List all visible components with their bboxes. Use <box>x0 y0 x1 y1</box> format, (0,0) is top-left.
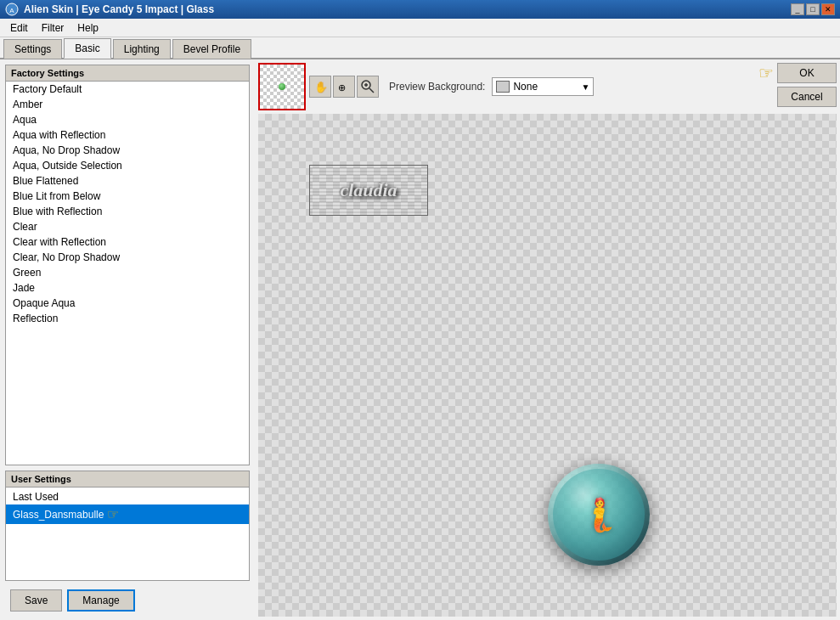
tab-bevel-profile[interactable]: Bevel Profile <box>172 39 251 59</box>
factory-settings-header: Factory Settings <box>6 65 249 82</box>
tab-lighting[interactable]: Lighting <box>113 39 171 59</box>
window-controls[interactable]: _ □ ✕ <box>791 3 835 15</box>
svg-text:✋: ✋ <box>314 80 328 94</box>
selected-preset-label: Glass_Dansmabulle <box>13 509 104 521</box>
pan-tool-button[interactable]: ⊕ <box>333 76 355 98</box>
user-settings-section: User Settings Last Used Glass_Dansmabull… <box>5 471 250 581</box>
preview-bg-color-swatch <box>496 81 510 93</box>
preview-bg-row: Preview Background: None ▼ <box>389 77 594 96</box>
menu-help[interactable]: Help <box>70 20 105 36</box>
preview-canvas: claudia 🧜 <box>258 114 837 617</box>
preview-bg-label: Preview Background: <box>389 81 485 93</box>
pointing-arrow-icon: ☞ <box>107 506 119 522</box>
svg-text:⊕: ⊕ <box>338 82 346 93</box>
move-icon: ⊕ <box>336 79 352 94</box>
ok-button[interactable]: OK <box>777 63 837 83</box>
preset-blue-lit[interactable]: Blue Lit from Below <box>6 189 249 204</box>
preset-reflection[interactable]: Reflection <box>6 311 249 326</box>
preset-clear-reflection[interactable]: Clear with Reflection <box>6 234 249 250</box>
ok-arrow-icon: ☞ <box>758 63 774 83</box>
menu-edit[interactable]: Edit <box>3 20 35 36</box>
preset-blue-flattened[interactable]: Blue Flattened <box>6 173 249 189</box>
preset-blue-reflection[interactable]: Blue with Reflection <box>6 204 249 219</box>
bottom-buttons: Save Manage <box>5 586 250 615</box>
thumbnail-dot <box>279 83 285 90</box>
title-bar: A Alien Skin | Eye Candy 5 Impact | Glas… <box>0 0 840 19</box>
manage-button[interactable]: Manage <box>67 589 134 612</box>
glass-ball-preview: 🧜 <box>548 464 650 566</box>
app-icon: A <box>5 3 19 16</box>
preview-bg-select[interactable]: None ▼ <box>492 77 594 96</box>
svg-line-5 <box>369 88 374 93</box>
dropdown-arrow-icon: ▼ <box>581 82 589 92</box>
tab-settings[interactable]: Settings <box>3 39 62 59</box>
save-button[interactable]: Save <box>10 589 62 612</box>
zoom-icon <box>360 79 375 94</box>
svg-text:A: A <box>9 7 14 14</box>
glass-ball-inner: 🧜 <box>553 469 645 561</box>
mermaid-figure: 🧜 <box>579 496 619 533</box>
preset-aqua[interactable]: Aqua <box>6 112 249 127</box>
zoom-tool-button[interactable] <box>357 76 379 98</box>
tab-bar: Settings Basic Lighting Bevel Profile <box>0 37 840 59</box>
toolbar-icons: ✋ ⊕ <box>309 76 379 98</box>
tab-basic[interactable]: Basic <box>64 38 110 59</box>
preset-clear-no-drop[interactable]: Clear, No Drop Shadow <box>6 250 249 265</box>
maximize-button[interactable]: □ <box>806 3 820 15</box>
menu-bar: Edit Filter Help <box>0 19 840 37</box>
preset-aqua-no-drop[interactable]: Aqua, No Drop Shadow <box>6 143 249 158</box>
preset-opaque-aqua[interactable]: Opaque Aqua <box>6 296 249 311</box>
preview-bg-value: None <box>513 81 581 93</box>
preset-jade[interactable]: Jade <box>6 280 249 296</box>
hand-tool-button[interactable]: ✋ <box>309 76 331 98</box>
right-panel: ☞ OK Cancel ✋ <box>255 59 840 620</box>
cancel-button[interactable]: Cancel <box>777 87 837 107</box>
user-preset-list[interactable]: Last Used Glass_Dansmabulle ☞ <box>6 488 249 580</box>
minimize-button[interactable]: _ <box>791 3 804 15</box>
left-panel: Factory Settings Factory Default Amber A… <box>0 59 255 620</box>
close-button[interactable]: ✕ <box>821 3 835 15</box>
thumbnail-checker <box>260 65 304 109</box>
factory-settings-section: Factory Settings Factory Default Amber A… <box>5 65 250 465</box>
claudia-text-image: claudia <box>309 165 428 216</box>
ok-cancel-area: ☞ OK Cancel <box>758 63 837 107</box>
menu-filter[interactable]: Filter <box>35 20 71 36</box>
preset-aqua-outside[interactable]: Aqua, Outside Selection <box>6 158 249 173</box>
claudia-text-preview: claudia <box>309 165 428 216</box>
preset-amber[interactable]: Amber <box>6 97 249 112</box>
user-settings-header: User Settings <box>6 471 249 488</box>
preview-toolbar: ✋ ⊕ Pr <box>258 63 837 110</box>
hand-icon: ✋ <box>313 79 328 94</box>
preset-green[interactable]: Green <box>6 265 249 280</box>
preset-list[interactable]: Factory Default Amber Aqua Aqua with Ref… <box>6 82 249 465</box>
ok-btn-row: ☞ OK <box>758 63 837 83</box>
window-title: Alien Skin | Eye Candy 5 Impact | Glass <box>24 3 214 15</box>
preset-clear[interactable]: Clear <box>6 219 249 234</box>
thumbnail-preview <box>258 63 306 110</box>
main-content: Factory Settings Factory Default Amber A… <box>0 59 840 620</box>
preset-factory-default[interactable]: Factory Default <box>6 82 249 97</box>
preset-aqua-reflection[interactable]: Aqua with Reflection <box>6 127 249 143</box>
user-preset-last-used[interactable]: Last Used <box>6 489 249 504</box>
user-preset-glass-dans[interactable]: Glass_Dansmabulle ☞ <box>6 504 249 524</box>
